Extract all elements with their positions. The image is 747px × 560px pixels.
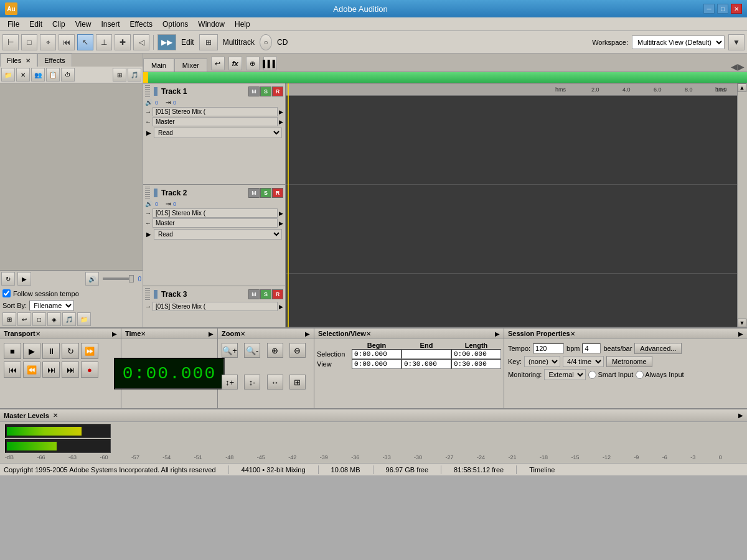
panel-btn-6[interactable]: ⊞ [113,68,126,82]
master-levels-nav[interactable]: ▶ [738,412,743,419]
mode-multitrack[interactable]: ⊞ [199,34,218,50]
track-tool-1[interactable]: ↩ [211,57,225,70]
icon-btn-4[interactable]: ◈ [47,312,61,326]
zoom-out-full[interactable]: ⊖ [289,343,306,358]
zoom-out-h[interactable]: 🔍- [244,343,260,358]
stop-button[interactable]: ■ [4,343,21,359]
smart-input-radio[interactable] [588,371,596,379]
follow-tempo-checkbox[interactable] [2,289,11,297]
monitoring-select[interactable]: External [544,369,586,380]
mode-wave[interactable]: ▶▶ [157,34,176,50]
track1-vol-knob[interactable]: 0 [155,100,158,106]
track-tool-4[interactable]: ▌▌▌ [263,57,277,70]
beats-input[interactable] [582,343,601,353]
workspace-arrow[interactable]: ▼ [728,34,745,50]
master-levels-close[interactable]: ✕ [53,412,58,419]
track2-vol-knob[interactable]: 0 [155,201,158,207]
time-sig-select[interactable]: 4/4 time [563,356,604,367]
maximize-button[interactable]: □ [717,4,728,14]
sel-length-input[interactable] [451,349,501,359]
playback-vol[interactable]: 🔊 [85,272,99,286]
zoom-in-h[interactable]: 🔍+ [222,343,238,358]
zoom-close[interactable]: ✕ [240,330,245,337]
track3-content[interactable] [286,274,737,327]
track2-expand[interactable]: ▶ [146,231,151,238]
right-scrollbar[interactable]: ▲ ▼ [737,83,747,327]
track3-rec-btn[interactable]: R [272,289,283,299]
tool-btn-4[interactable]: ⏮ [59,34,75,50]
zoom-in-v[interactable]: ↕+ [222,375,238,390]
session-nav[interactable]: ▶ [738,330,743,337]
zoom-out-v[interactable]: ↕- [244,375,260,390]
panel-btn-2[interactable]: ✕ [16,68,30,82]
menu-view[interactable]: View [70,19,96,30]
goto-end-btn[interactable]: ⏭ [62,362,79,378]
metronome-button[interactable]: Metronome [606,356,652,367]
menu-help[interactable]: Help [230,19,255,30]
tool-cursor[interactable]: ↖ [77,34,93,50]
scroll-down-btn[interactable]: ▼ [738,319,746,327]
sort-select[interactable]: Filename [29,300,74,311]
tempo-input[interactable] [533,343,564,353]
icon-btn-5[interactable]: 🎵 [62,312,76,326]
track3-solo-btn[interactable]: S [260,289,271,299]
track1-mode-select[interactable]: Read [154,128,282,138]
tool-btn-1[interactable]: ⊢ [2,34,19,50]
menu-file[interactable]: File [2,19,24,30]
session-close[interactable]: ✕ [570,330,575,337]
tab-files[interactable]: Files ✕ [0,54,37,67]
files-close[interactable]: ✕ [26,57,31,64]
track-tool-3[interactable]: ⊕ [246,57,260,70]
track2-content[interactable] [286,185,737,274]
icon-btn-6[interactable]: 📁 [77,312,91,326]
menu-effects[interactable]: Effects [125,19,157,30]
track2-pan-knob[interactable]: 0 [173,201,176,207]
track2-mute-btn[interactable]: M [248,188,260,198]
playback-play[interactable]: ▶ [17,272,31,286]
icon-btn-2[interactable]: ↩ [17,312,31,326]
sel-end-input[interactable] [402,349,451,359]
menu-window[interactable]: Window [193,19,230,30]
record-button[interactable]: ● [81,362,98,378]
zoom-in-sel[interactable]: ⊕ [267,343,283,358]
tab-mixer[interactable]: Mixer [174,58,207,72]
tool-btn-3[interactable]: ⌖ [40,34,56,50]
selection-close[interactable]: ✕ [366,330,371,337]
track1-output-expand[interactable]: ▶ [279,119,283,125]
track2-solo-btn[interactable]: S [260,188,271,198]
zoom-grid[interactable]: ⊞ [289,375,306,390]
time-nav[interactable]: ▶ [209,330,214,337]
menu-edit[interactable]: Edit [24,19,47,30]
minimize-button[interactable]: ─ [703,4,715,14]
track3-mute-btn[interactable]: M [248,289,260,299]
transport-close[interactable]: ✕ [35,330,40,337]
tool-btn-5[interactable]: ⊥ [96,34,112,50]
playback-loop[interactable]: ↻ [1,272,15,286]
prev-btn[interactable]: ⏪ [23,362,40,378]
track1-solo-btn[interactable]: S [260,86,271,96]
goto-start-btn[interactable]: ⏮ [4,362,21,378]
key-select[interactable]: (none) [524,356,560,367]
view-end-input[interactable] [402,359,451,369]
track1-expand[interactable]: ▶ [146,129,151,136]
close-button[interactable]: ✕ [731,4,742,14]
menu-options[interactable]: Options [157,19,193,30]
panel-btn-3[interactable]: 👥 [31,68,45,82]
volume-slider[interactable] [103,278,134,280]
track1-content[interactable] [286,96,737,185]
play-button[interactable]: ▶ [23,343,40,359]
panel-btn-5[interactable]: ⏱ [61,68,75,82]
track2-mode-select[interactable]: Read [154,229,282,240]
advanced-button[interactable]: Advanced... [634,343,682,354]
tool-btn-7[interactable]: ◁ [133,34,149,50]
selection-nav[interactable]: ▶ [495,330,500,337]
zoom-nav[interactable]: ▶ [305,330,310,337]
pause-button[interactable]: ⏸ [42,343,60,359]
ff-button[interactable]: ⏩ [81,343,98,359]
panel-btn-7[interactable]: 🎵 [128,68,141,82]
loop-button[interactable]: ↻ [62,343,79,359]
track1-mute-btn[interactable]: M [248,86,260,96]
transport-nav[interactable]: ▶ [112,330,117,337]
track2-input-expand[interactable]: ▶ [279,210,283,217]
nav-right[interactable]: ▶ [738,62,745,72]
